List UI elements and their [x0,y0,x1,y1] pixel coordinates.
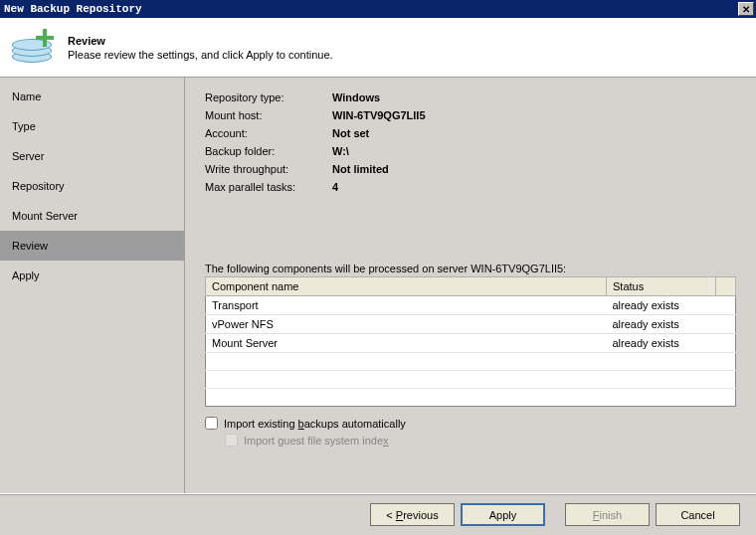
step-repository[interactable]: Repository [0,171,184,201]
step-server[interactable]: Server [0,141,184,171]
table-row: Mount Serveralready exists [206,334,736,353]
value-max-parallel: 4 [332,181,338,193]
cancel-button[interactable]: Cancel [656,503,740,526]
value-write-throughput: Not limited [332,163,389,175]
components-table: Component name Status Transportalready e… [205,276,736,407]
import-backups-checkbox[interactable]: Import existing backups automatically [205,417,736,430]
value-repo-type: Windows [332,91,380,103]
label-max-parallel: Max parallel tasks: [205,181,332,193]
value-mount-host: WIN-6TV9QG7LII5 [332,109,426,121]
value-backup-folder: W:\ [332,145,349,157]
step-type[interactable]: Type [0,111,184,141]
finish-button: Finish [565,503,650,526]
step-name[interactable]: Name [0,82,184,111]
table-row [206,389,736,407]
window-title: New Backup Repository [4,3,142,15]
close-button[interactable]: ✕ [738,2,754,16]
table-row [206,353,736,371]
window-titlebar: New Backup Repository ✕ [0,0,756,18]
page-title: Review [68,35,333,47]
import-guest-index-input [225,434,238,446]
label-mount-host: Mount host: [205,109,332,121]
components-note: The following components will be process… [205,263,736,274]
label-backup-folder: Backup folder: [205,145,332,157]
review-content: Repository type:Windows Mount host:WIN-6… [185,78,756,493]
value-account: Not set [332,127,369,139]
step-apply[interactable]: Apply [0,261,184,290]
col-component[interactable]: Component name [206,277,607,296]
wizard-steps: Name Type Server Repository Mount Server… [0,78,185,493]
wizard-header: Review Please review the settings, and c… [0,18,756,78]
label-write-throughput: Write throughput: [205,163,332,175]
wizard-footer: < Previous Apply Finish Cancel [0,493,756,535]
col-status[interactable]: Status [607,277,716,296]
table-row [206,371,736,389]
step-mount-server[interactable]: Mount Server [0,201,184,231]
repository-icon [10,25,56,71]
col-blank [716,277,736,296]
step-review[interactable]: Review [0,231,184,261]
import-guest-index-checkbox: Import guest file system index [225,434,736,446]
label-account: Account: [205,127,332,139]
previous-button[interactable]: < Previous [370,503,455,526]
table-row: Transportalready exists [206,296,736,315]
apply-button[interactable]: Apply [461,503,545,526]
table-row: vPower NFSalready exists [206,315,736,334]
import-backups-input[interactable] [205,417,218,430]
page-subtitle: Please review the settings, and click Ap… [68,49,333,61]
label-repo-type: Repository type: [205,91,332,103]
